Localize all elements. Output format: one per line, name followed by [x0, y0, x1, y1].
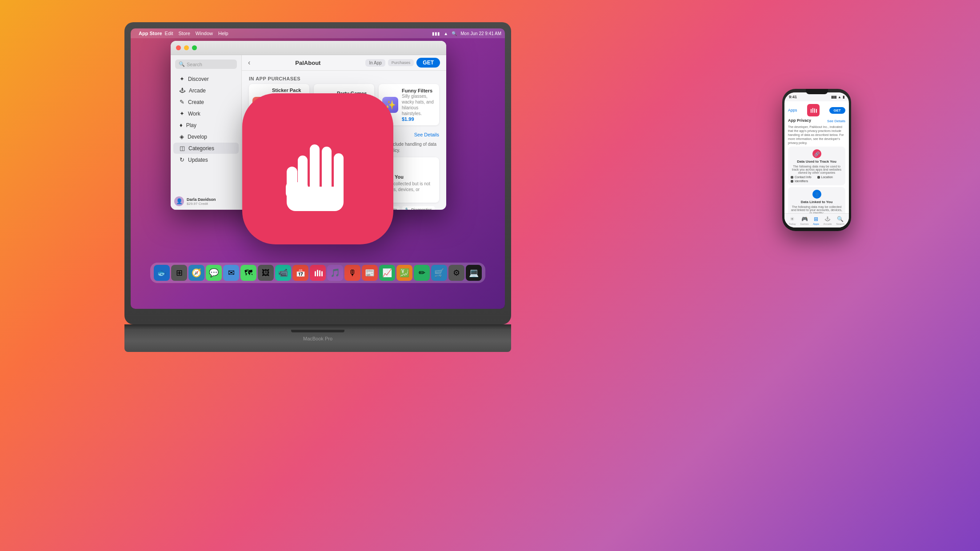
dock-numbers[interactable]: 💹 — [396, 265, 412, 281]
iphone-tab-today[interactable]: ☀ Today — [789, 216, 796, 225]
dock-maps[interactable]: 🗺 — [240, 265, 256, 281]
dock-photos[interactable]: 🖼 — [258, 265, 274, 281]
iphone-track-desc: The following data may be used to track … — [791, 165, 843, 174]
menu-store[interactable]: Store — [179, 31, 190, 36]
iap-desc: Silly glasses, wacky hats, and hilarious… — [402, 93, 436, 116]
categories-icon: ◫ — [180, 145, 185, 152]
sidebar-item-arcade[interactable]: 🕹 Arcade — [173, 85, 239, 96]
games-tab-icon: 🎮 — [801, 216, 808, 222]
iap-name: Sticker Pack — [272, 88, 306, 93]
sidebar-item-categories[interactable]: ◫ Categories — [173, 143, 239, 154]
sidebar-item-create[interactable]: ✎ Create — [173, 96, 239, 108]
wifi-status-icon: ▲ — [838, 95, 841, 99]
dock-notes[interactable]: 💻 — [466, 265, 482, 281]
see-details-link[interactable]: See Details — [414, 132, 439, 137]
app-title: PalAbout — [254, 60, 362, 66]
minimize-button[interactable] — [184, 45, 189, 50]
iap-info-funny: Funny Filters Silly glasses, wacky hats,… — [402, 88, 436, 122]
back-button[interactable]: ‹ — [248, 59, 250, 67]
iphone-tag-location: Location — [817, 176, 843, 179]
sidebar-item-label: Updates — [188, 157, 208, 163]
iphone-linked-title: Data Linked to You — [791, 200, 843, 204]
iphone-frame: 9:41 ▮▮▮ ▲ ▮ Apps — [782, 89, 851, 231]
close-button[interactable] — [176, 45, 181, 50]
arcade-tab-icon: 🕹 — [825, 216, 830, 222]
search-icon[interactable]: 🔍 — [452, 31, 457, 36]
sidebar-item-discover[interactable]: ✦ Discover — [173, 73, 239, 84]
iphone-see-details[interactable]: See Details — [827, 119, 845, 123]
macbook-hinge — [124, 324, 511, 330]
hand-icon — [273, 120, 362, 218]
sidebar-item-label: Create — [188, 99, 204, 105]
macbook-notch — [291, 330, 344, 332]
dock-facetime[interactable]: 📹 — [275, 265, 291, 281]
svg-rect-8 — [315, 271, 316, 276]
iphone-tab-apps[interactable]: ⊞ Apps — [813, 216, 819, 225]
iphone-time: 9:41 — [789, 95, 797, 99]
svg-rect-9 — [317, 270, 318, 276]
dock-keynote[interactable]: ✏ — [414, 265, 430, 281]
sidebar-item-work[interactable]: ✦ Work — [173, 108, 239, 119]
dock-calendar[interactable]: 📅 — [292, 265, 308, 281]
arcade-tab-label: Arcade — [824, 223, 832, 225]
dock-sysprefs[interactable]: ⚙ — [448, 265, 464, 281]
menu-window[interactable]: Window — [196, 31, 213, 36]
dock-mail[interactable]: ✉ — [223, 265, 239, 281]
iphone-back-button[interactable]: Apps — [788, 108, 797, 112]
iphone-nav: Apps GET — [788, 104, 845, 116]
search-placeholder: Search — [187, 62, 202, 67]
menubar-appname: App Store — [139, 31, 162, 36]
iphone-track-title: Data Used to Track You — [791, 160, 843, 164]
search-bar[interactable]: 🔍 Search — [175, 60, 237, 69]
iphone-tab-search[interactable]: 🔍 Search — [836, 216, 844, 225]
sidebar-item-develop[interactable]: ◈ Develop — [173, 131, 239, 142]
menubar-items: Edit Store Window Help — [165, 31, 228, 36]
window-titlebar — [171, 41, 446, 55]
iap-price: $1.99 — [402, 116, 436, 122]
dock-messages[interactable]: 💬 — [206, 265, 222, 281]
macbook-frame: App Store Edit Store Window Help ▮▮▮ ▲ 🔍… — [124, 22, 511, 324]
iphone-privacy-header: App Privacy See Details — [788, 118, 845, 124]
iphone-get-button[interactable]: GET — [829, 107, 845, 114]
iap-section-title: In App Purchases — [249, 76, 439, 81]
iphone-track-box: 🔗 Data Used to Track You The following d… — [788, 147, 845, 185]
user-credit: $29.97 Credit — [187, 202, 216, 206]
sidebar-item-play[interactable]: ♦ Play — [173, 120, 239, 131]
iphone-track-icon: 🔗 — [812, 149, 821, 158]
dock-safari[interactable]: 🧭 — [188, 265, 204, 281]
svg-rect-13 — [812, 108, 813, 113]
iap-name: Funny Filters — [402, 88, 436, 93]
menu-edit[interactable]: Edit — [165, 31, 173, 36]
iphone-tag-identifiers: Identifiers — [791, 180, 816, 183]
dock-podcasts[interactable]: 🎙 — [344, 265, 360, 281]
screen-bezel: App Store Edit Store Window Help ▮▮▮ ▲ 🔍… — [131, 28, 505, 309]
contact-tag-dot — [791, 176, 793, 179]
iphone-linked-icon: 👤 — [812, 190, 821, 199]
dock-appstore[interactable]: 🛒 — [431, 265, 447, 281]
menu-help[interactable]: Help — [218, 31, 228, 36]
iphone-tab-games[interactable]: 🎮 Games — [800, 216, 808, 225]
sidebar-item-label: Discover — [188, 76, 209, 82]
maximize-button[interactable] — [192, 45, 197, 50]
dock-palabout[interactable] — [310, 265, 326, 281]
dock-news[interactable]: 📰 — [362, 265, 378, 281]
sidebar-item-label: Categories — [188, 145, 214, 152]
user-profile: 👤 Darla Davidson $29.97 Credit — [174, 196, 216, 206]
develop-icon: ◈ — [180, 133, 184, 140]
iphone-tag-contact: Contact Info — [791, 176, 816, 179]
apps-tab-label: Apps — [813, 223, 819, 225]
palabout-icon — [242, 93, 393, 244]
nav-buttons: In App Purchases GET — [365, 58, 440, 68]
user-name: Darla Davidson — [187, 197, 216, 202]
dock-finder[interactable]: 🐟 — [154, 265, 170, 281]
dock-launchpad[interactable]: ⊞ — [171, 265, 187, 281]
menubar-right: ▮▮▮ ▲ 🔍 Mon Jun 22 9:41 AM — [432, 31, 501, 36]
updates-icon: ↻ — [180, 156, 184, 163]
iphone-tab-arcade[interactable]: 🕹 Arcade — [824, 216, 832, 225]
get-button[interactable]: GET — [416, 58, 440, 68]
privacy-tag-diagnostics: 🔧 Diagnostics — [402, 206, 435, 210]
sidebar-item-updates[interactable]: ↻ Updates — [173, 154, 239, 165]
dock-stocks[interactable]: 📈 — [379, 265, 395, 281]
dock-music[interactable]: 🎵 — [327, 265, 343, 281]
location-tag-label: Location — [821, 176, 833, 179]
